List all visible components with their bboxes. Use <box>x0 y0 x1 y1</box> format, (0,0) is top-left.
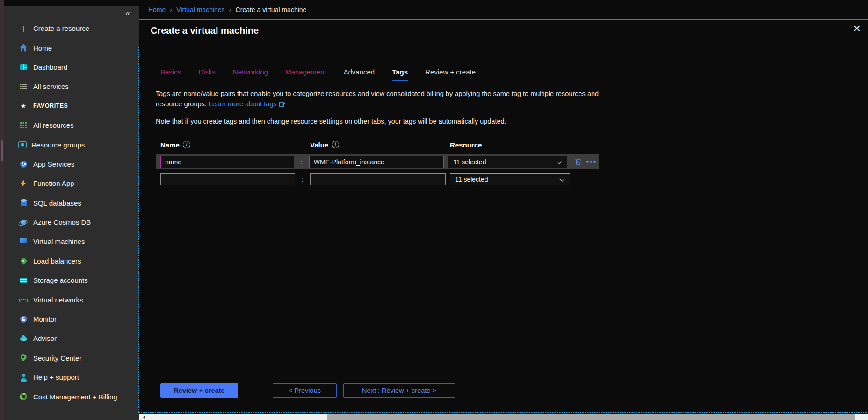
tab-label: Management <box>285 68 326 76</box>
tab-label: Advanced <box>343 68 375 76</box>
sidebar-item-virtual-networks[interactable]: Virtual networks <box>4 290 139 309</box>
tab-label: Basics <box>160 68 181 76</box>
scroll-left-arrow-icon[interactable] <box>141 415 145 419</box>
sidebar-item-label: Virtual networks <box>33 296 83 304</box>
sidebar-item-label: SQL databases <box>33 199 81 207</box>
chevron-right-icon <box>166 6 176 14</box>
azure-portal-window: { "sidebar": { "favorites_label": "FAVOR… <box>0 0 868 420</box>
monitor-icon <box>18 315 29 324</box>
tags-table-header: Name Value Resource <box>156 139 868 150</box>
home-icon <box>18 43 29 52</box>
next-button[interactable]: Next : Review + create > <box>343 383 455 398</box>
tab-tags[interactable]: Tags <box>392 68 408 81</box>
help-support-icon <box>18 373 29 382</box>
collapse-sidebar-icon[interactable] <box>123 7 132 20</box>
cost-management-icon <box>18 392 29 401</box>
footer-divider <box>139 367 868 367</box>
sidebar: Create a resource Home Dashboard All ser… <box>4 6 139 420</box>
tab-label: Tags <box>392 68 408 76</box>
page-header: Create a virtual machine <box>139 20 868 46</box>
sidebar-item-load-balancers[interactable]: Load balancers <box>4 251 139 271</box>
chevron-down-icon <box>559 176 564 181</box>
tag-value-input[interactable] <box>310 173 446 185</box>
scrollbar-thumb[interactable] <box>327 414 855 420</box>
sidebar-item-label: Storage accounts <box>33 276 88 284</box>
sidebar-item-label: Azure Cosmos DB <box>33 218 91 226</box>
sidebar-item-storage-accounts[interactable]: Storage accounts <box>4 271 139 290</box>
column-header-value: Value <box>310 141 450 149</box>
tags-table: Name Value Resource : 11 selected : 11 s… <box>156 139 868 186</box>
header-name-label: Name <box>160 141 180 149</box>
tag-row-1: : 11 selected <box>156 154 599 169</box>
sidebar-item-security-center[interactable]: Security Center <box>4 348 139 368</box>
sidebar-item-label: Create a resource <box>33 24 89 32</box>
close-icon[interactable] <box>850 22 863 36</box>
tab-networking[interactable]: Networking <box>233 68 268 81</box>
sidebar-item-home[interactable]: Home <box>4 38 139 57</box>
sidebar-item-label: Load balancers <box>33 257 81 265</box>
sidebar-item-label: Security Center <box>33 354 81 362</box>
sidebar-item-create-a-resource[interactable]: Create a resource <box>4 19 139 38</box>
sidebar-item-label: All resources <box>33 121 74 129</box>
sidebar-item-label: App Services <box>33 160 74 168</box>
tab-management[interactable]: Management <box>285 68 326 81</box>
sidebar-item-label: Dashboard <box>33 63 67 71</box>
sidebar-item-monitor[interactable]: Monitor <box>4 309 139 329</box>
all-services-icon <box>18 82 29 91</box>
tab-advanced[interactable]: Advanced <box>343 68 375 81</box>
sidebar-item-all-resources[interactable]: All resources <box>4 116 139 135</box>
delete-tag-icon[interactable] <box>573 157 583 167</box>
learn-more-link[interactable]: Learn more about tags <box>209 100 277 108</box>
virtual-networks-icon <box>18 295 29 304</box>
sidebar-item-label: All services <box>33 82 69 90</box>
breadcrumb-virtual-machines-link[interactable]: Virtual machines <box>176 6 224 14</box>
tab-review-create[interactable]: Review + create <box>425 68 476 81</box>
tag-value-input[interactable] <box>309 156 444 168</box>
tag-name-input[interactable] <box>160 156 294 168</box>
sidebar-item-label: Home <box>33 44 52 52</box>
sidebar-item-function-app[interactable]: Function App <box>4 174 139 193</box>
sidebar-item-label: Resource groups <box>31 141 85 149</box>
tag-row-2: : 11 selected <box>156 172 599 186</box>
breadcrumb-home-link[interactable]: Home <box>148 6 166 14</box>
external-link-icon <box>279 101 285 107</box>
review-create-button[interactable]: Review + create <box>160 383 238 398</box>
resource-dropdown[interactable]: 11 selected <box>450 173 570 185</box>
favorites-header: FAVORITES <box>4 96 139 116</box>
info-icon[interactable] <box>332 141 339 148</box>
sidebar-item-label: Monitor <box>33 315 57 323</box>
chevron-right-icon <box>225 6 236 14</box>
sidebar-item-advisor[interactable]: Advisor <box>4 329 139 348</box>
sidebar-item-label: Virtual machines <box>33 237 85 245</box>
previous-button[interactable]: < Previous <box>273 383 337 398</box>
sidebar-item-app-services[interactable]: App Services <box>4 155 139 174</box>
sidebar-item-azure-cosmos-db[interactable]: Azure Cosmos DB <box>4 213 139 232</box>
chevron-down-icon <box>557 159 562 164</box>
sidebar-item-sql-databases[interactable]: SQL databases <box>4 193 139 213</box>
name-value-separator: : <box>295 176 310 183</box>
window-edge <box>0 0 4 420</box>
edge-scroll-indicator <box>1 140 3 161</box>
sql-databases-icon <box>18 198 29 207</box>
sidebar-item-dashboard[interactable]: Dashboard <box>4 58 139 77</box>
tab-basics[interactable]: Basics <box>160 68 181 81</box>
plus-icon <box>18 24 29 33</box>
tag-name-input[interactable] <box>160 173 295 185</box>
sidebar-item-resource-groups[interactable]: Resource groups <box>4 135 139 154</box>
info-icon[interactable] <box>183 141 190 148</box>
sidebar-item-help-support[interactable]: Help + support <box>4 368 139 387</box>
all-resources-icon <box>18 121 29 130</box>
sidebar-item-virtual-machines[interactable]: Virtual machines <box>4 232 139 251</box>
tab-label: Review + create <box>425 68 476 76</box>
sidebar-item-all-services[interactable]: All services <box>4 77 139 96</box>
more-options-icon[interactable] <box>585 157 597 167</box>
sidebar-item-label: Cost Management + Billing <box>33 393 117 401</box>
tab-disks[interactable]: Disks <box>198 68 216 81</box>
dashboard-icon <box>18 62 29 72</box>
breadcrumb-current: Create a virtual machine <box>236 6 307 14</box>
sidebar-item-cost-management-billing[interactable]: Cost Management + Billing <box>4 387 139 406</box>
horizontal-scrollbar[interactable] <box>139 414 868 420</box>
resource-dropdown[interactable]: 11 selected <box>448 156 567 168</box>
resource-dropdown-value: 11 selected <box>453 158 486 166</box>
star-icon <box>18 101 29 111</box>
